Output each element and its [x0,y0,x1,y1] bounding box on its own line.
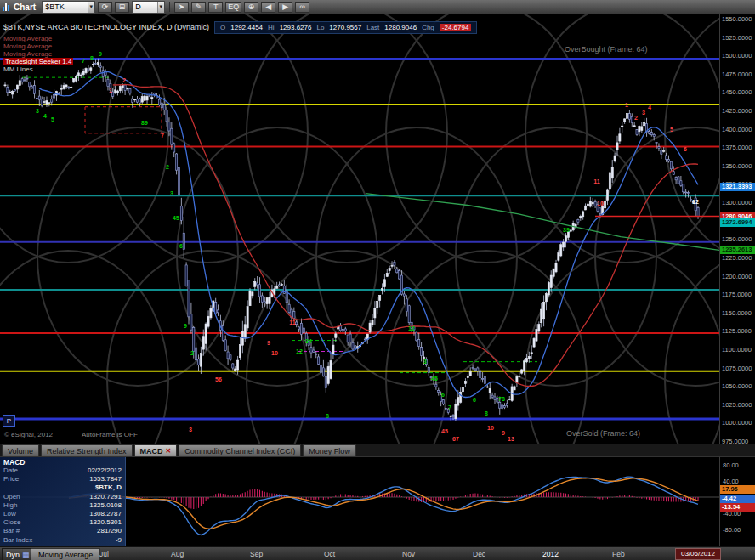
candle [19,81,20,86]
candle [491,395,493,397]
dyn-label: Dyn [6,551,20,559]
price-axis-label: 1300.0000 [722,199,752,206]
copyright-label: © eSignal, 2012 [4,431,53,438]
candle [452,415,454,416]
pointer-tool-button[interactable]: ➤ [174,2,189,13]
candle [494,397,496,399]
oversold-label: OverSold (Frame: 64) [566,429,640,438]
globe-button[interactable]: ⊕ [244,2,258,13]
candle [641,127,643,131]
link-button[interactable]: ∞ [295,2,309,13]
eq-button[interactable]: EQ [225,2,241,13]
price-axis[interactable]: 1550.00001525.00001500.00001475.00001450… [719,14,755,444]
price-tag: 1272.6994 [720,218,755,227]
candle [136,99,138,103]
candle [347,335,349,342]
candle [119,87,121,91]
candle [161,103,162,108]
price-tag: 1321.3393 [720,183,755,191]
seeker-count-annotation: 3 [189,427,192,433]
price-axis-label: 1525.0000 [722,34,752,42]
data-window-label: High [3,501,17,510]
candle [252,292,253,296]
candle [396,269,398,273]
data-window-label: Close [3,518,20,527]
candle [587,204,588,206]
candle [144,96,145,100]
data-window-value: 1308.2787 [89,510,122,518]
price-axis-label: 1125.0000 [722,327,752,335]
data-window-label: Low [3,510,16,518]
tab-close-icon[interactable]: ✕ [166,447,172,455]
candle [650,133,652,135]
candle [90,68,92,71]
refresh-button[interactable]: ⟳ [98,2,112,13]
candle [335,334,337,338]
p-badge[interactable]: P [3,415,15,427]
seeker-count-annotation: 4 [43,113,47,119]
candle [550,275,552,287]
candle [16,85,18,89]
tab-commodity-channel-index-cci-[interactable]: Commodity Channel Index (CCI) [179,444,301,456]
dyn-grid-icon: ▦ [22,551,30,559]
tab-macd[interactable]: MACD✕ [134,444,178,456]
study-selector[interactable]: Moving Average [31,548,100,560]
data-window-value: 1325.0108 [89,501,122,510]
interval-dropdown-icon[interactable]: ▾ [157,2,165,13]
macd-axis[interactable]: 80.0040.000.00-40.00-80.0017.96-4.42-13.… [719,456,755,547]
candle [188,280,190,317]
symbol-input[interactable]: $BTK ▾ [42,1,95,14]
data-window-value: $BTK, D [95,484,122,492]
candle [97,63,99,65]
candle [503,406,505,408]
titlebar: Chart $BTK ▾ ⟳ ⊞ D ▾ ➤ ✎ T EQ ⊕ ◀ ▶ ∞ [0,0,755,14]
data-window-value: 281/290 [97,527,122,535]
price-axis-label: 1150.0000 [722,309,752,317]
data-window-value: 1553.7847 [89,475,122,484]
candle [318,357,320,365]
main-chart-panel[interactable]: 3457891289723456923569101112348123456745… [0,14,719,444]
candle [477,368,479,371]
candle [606,190,608,201]
candle [183,233,184,249]
seeker-count-annotation: 10 [271,350,278,356]
seeker-count-annotation: 6 [684,146,687,152]
candle [149,95,150,96]
candle [418,340,420,347]
candle [24,80,26,81]
dyn-button[interactable]: Dyn ▦ [2,548,34,560]
macd-panel[interactable]: MACD Date02/22/2012Price1553.7847$BTK, D… [0,456,719,547]
macd-axis-label: 80.00 [723,461,739,469]
interval-select[interactable]: D ▾ [132,1,165,14]
draw-tool-button[interactable]: ✎ [191,2,206,13]
chart-icon [3,3,9,11]
back-button[interactable]: ◀ [261,2,275,13]
tab-money-flow[interactable]: Money Flow [303,444,356,456]
candle [663,151,665,152]
price-axis-label: 1200.0000 [722,273,752,280]
toolbar-separator [169,2,170,12]
candle [227,352,229,359]
forward-button[interactable]: ▶ [278,2,292,13]
text-tool-button[interactable]: T [208,2,223,13]
seeker-count-annotation: 2 [634,115,638,121]
moving-average-line [39,71,698,397]
candle [394,262,395,265]
candle [648,132,650,134]
candle [666,156,667,159]
tab-relative-strength-index[interactable]: Relative Strength Index [41,444,133,456]
layout-button[interactable]: ⊞ [115,2,129,13]
candle [77,73,79,76]
tab-volume[interactable]: Volume [2,444,39,456]
candle [315,354,317,355]
data-window-row: Date02/22/2012 [0,467,125,475]
chart-app-window: Chart $BTK ▾ ⟳ ⊞ D ▾ ➤ ✎ T EQ ⊕ ◀ ▶ ∞ 34… [0,0,755,560]
seeker-count-annotation: 7 [161,133,164,139]
candle [115,90,116,93]
candle [673,172,674,175]
symbol-dropdown-icon[interactable]: ▾ [88,2,95,13]
candle [582,212,584,217]
legend-item-label: MM Lines [3,65,33,73]
candle [472,367,474,368]
candle [151,98,153,99]
